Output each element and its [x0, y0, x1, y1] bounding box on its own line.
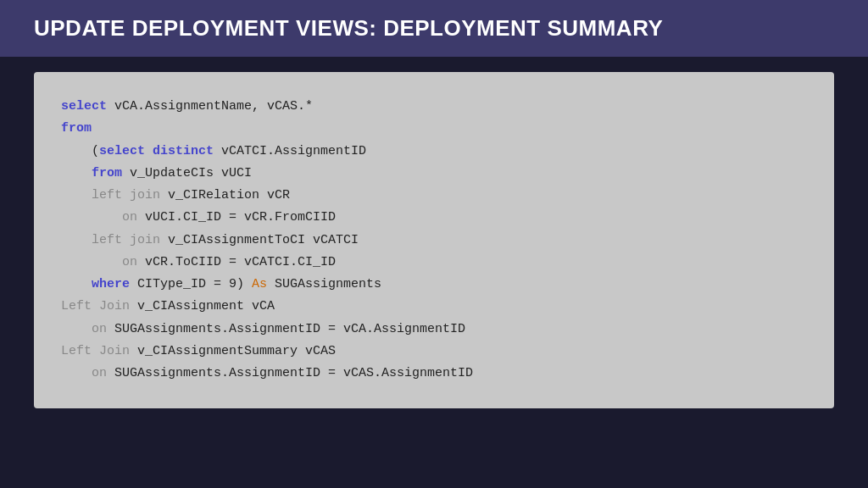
- code-line-13: on SUGAssignments.AssignmentID = vCAS.As…: [61, 363, 807, 385]
- code-line-8: on vCR.ToCIID = vCATCI.CI_ID: [61, 252, 807, 274]
- code-line-11: on SUGAssignments.AssignmentID = vCA.Ass…: [61, 319, 807, 341]
- code-line-2: from: [61, 118, 807, 140]
- code-line-7: left join v_CIAssignmentToCI vCATCI: [61, 230, 807, 252]
- code-line-3: (select distinct vCATCI.AssignmentID: [61, 141, 807, 163]
- code-line-5: left join v_CIRelation vCR: [61, 185, 807, 207]
- page-title: UPDATE DEPLOYMENT VIEWS: DEPLOYMENT SUMM…: [34, 15, 663, 42]
- code-line-10: Left Join v_CIAssignment vCA: [61, 296, 807, 318]
- code-line-4: from v_UpdateCIs vUCI: [61, 163, 807, 185]
- code-line-12: Left Join v_CIAssignmentSummary vCAS: [61, 341, 807, 363]
- code-line-9: where CIType_ID = 9) As SUGAssignments: [61, 274, 807, 296]
- code-block: select vCA.AssignmentName, vCAS.* from (…: [34, 72, 834, 408]
- code-line-1: select vCA.AssignmentName, vCAS.*: [61, 96, 807, 118]
- code-line-6: on vUCI.CI_ID = vCR.FromCIID: [61, 207, 807, 229]
- page-header: UPDATE DEPLOYMENT VIEWS: DEPLOYMENT SUMM…: [0, 0, 868, 57]
